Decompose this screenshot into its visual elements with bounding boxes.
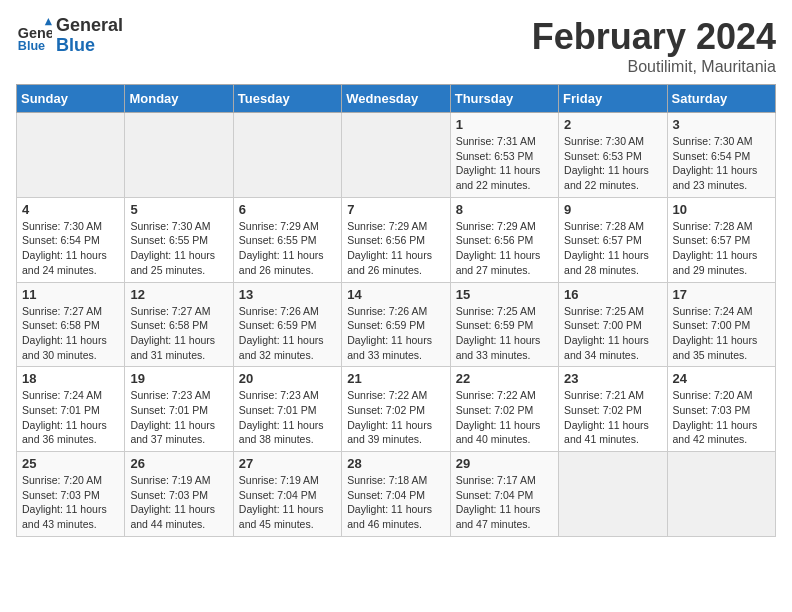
day-info: Sunrise: 7:19 AM Sunset: 7:04 PM Dayligh… xyxy=(239,473,336,532)
day-info: Sunrise: 7:22 AM Sunset: 7:02 PM Dayligh… xyxy=(456,388,553,447)
page-header: General Blue General Blue February 2024 … xyxy=(16,16,776,76)
day-info: Sunrise: 7:31 AM Sunset: 6:53 PM Dayligh… xyxy=(456,134,553,193)
day-cell: 4 Sunrise: 7:30 AM Sunset: 6:54 PM Dayli… xyxy=(17,197,125,282)
day-info: Sunrise: 7:19 AM Sunset: 7:03 PM Dayligh… xyxy=(130,473,227,532)
header-tuesday: Tuesday xyxy=(233,85,341,113)
day-info: Sunrise: 7:25 AM Sunset: 7:00 PM Dayligh… xyxy=(564,304,661,363)
day-info: Sunrise: 7:24 AM Sunset: 7:00 PM Dayligh… xyxy=(673,304,770,363)
day-info: Sunrise: 7:20 AM Sunset: 7:03 PM Dayligh… xyxy=(673,388,770,447)
day-cell: 19 Sunrise: 7:23 AM Sunset: 7:01 PM Dayl… xyxy=(125,367,233,452)
header-saturday: Saturday xyxy=(667,85,775,113)
week-row-3: 18 Sunrise: 7:24 AM Sunset: 7:01 PM Dayl… xyxy=(17,367,776,452)
day-number: 15 xyxy=(456,287,553,302)
title-area: February 2024 Boutilimit, Mauritania xyxy=(532,16,776,76)
header-friday: Friday xyxy=(559,85,667,113)
day-cell: 15 Sunrise: 7:25 AM Sunset: 6:59 PM Dayl… xyxy=(450,282,558,367)
day-number: 19 xyxy=(130,371,227,386)
day-number: 9 xyxy=(564,202,661,217)
svg-text:General: General xyxy=(18,25,52,41)
day-cell: 3 Sunrise: 7:30 AM Sunset: 6:54 PM Dayli… xyxy=(667,113,775,198)
day-cell: 10 Sunrise: 7:28 AM Sunset: 6:57 PM Dayl… xyxy=(667,197,775,282)
day-info: Sunrise: 7:30 AM Sunset: 6:54 PM Dayligh… xyxy=(673,134,770,193)
day-cell: 17 Sunrise: 7:24 AM Sunset: 7:00 PM Dayl… xyxy=(667,282,775,367)
day-cell: 22 Sunrise: 7:22 AM Sunset: 7:02 PM Dayl… xyxy=(450,367,558,452)
day-number: 11 xyxy=(22,287,119,302)
day-number: 29 xyxy=(456,456,553,471)
calendar-body: 1 Sunrise: 7:31 AM Sunset: 6:53 PM Dayli… xyxy=(17,113,776,537)
day-info: Sunrise: 7:30 AM Sunset: 6:53 PM Dayligh… xyxy=(564,134,661,193)
logo-blue: Blue xyxy=(56,36,123,56)
day-info: Sunrise: 7:29 AM Sunset: 6:56 PM Dayligh… xyxy=(456,219,553,278)
day-cell: 2 Sunrise: 7:30 AM Sunset: 6:53 PM Dayli… xyxy=(559,113,667,198)
day-number: 20 xyxy=(239,371,336,386)
day-cell: 14 Sunrise: 7:26 AM Sunset: 6:59 PM Dayl… xyxy=(342,282,450,367)
day-info: Sunrise: 7:28 AM Sunset: 6:57 PM Dayligh… xyxy=(673,219,770,278)
day-info: Sunrise: 7:21 AM Sunset: 7:02 PM Dayligh… xyxy=(564,388,661,447)
header-monday: Monday xyxy=(125,85,233,113)
day-number: 22 xyxy=(456,371,553,386)
day-cell xyxy=(559,452,667,537)
day-cell: 7 Sunrise: 7:29 AM Sunset: 6:56 PM Dayli… xyxy=(342,197,450,282)
calendar-header-row: SundayMondayTuesdayWednesdayThursdayFrid… xyxy=(17,85,776,113)
day-cell xyxy=(667,452,775,537)
day-info: Sunrise: 7:23 AM Sunset: 7:01 PM Dayligh… xyxy=(130,388,227,447)
day-number: 28 xyxy=(347,456,444,471)
month-title: February 2024 xyxy=(532,16,776,58)
location: Boutilimit, Mauritania xyxy=(532,58,776,76)
day-cell: 11 Sunrise: 7:27 AM Sunset: 6:58 PM Dayl… xyxy=(17,282,125,367)
day-cell: 23 Sunrise: 7:21 AM Sunset: 7:02 PM Dayl… xyxy=(559,367,667,452)
day-number: 16 xyxy=(564,287,661,302)
day-info: Sunrise: 7:29 AM Sunset: 6:56 PM Dayligh… xyxy=(347,219,444,278)
week-row-1: 4 Sunrise: 7:30 AM Sunset: 6:54 PM Dayli… xyxy=(17,197,776,282)
day-cell: 5 Sunrise: 7:30 AM Sunset: 6:55 PM Dayli… xyxy=(125,197,233,282)
day-number: 24 xyxy=(673,371,770,386)
week-row-4: 25 Sunrise: 7:20 AM Sunset: 7:03 PM Dayl… xyxy=(17,452,776,537)
day-cell: 26 Sunrise: 7:19 AM Sunset: 7:03 PM Dayl… xyxy=(125,452,233,537)
day-cell: 29 Sunrise: 7:17 AM Sunset: 7:04 PM Dayl… xyxy=(450,452,558,537)
day-info: Sunrise: 7:25 AM Sunset: 6:59 PM Dayligh… xyxy=(456,304,553,363)
day-cell xyxy=(342,113,450,198)
day-cell: 1 Sunrise: 7:31 AM Sunset: 6:53 PM Dayli… xyxy=(450,113,558,198)
day-number: 4 xyxy=(22,202,119,217)
week-row-0: 1 Sunrise: 7:31 AM Sunset: 6:53 PM Dayli… xyxy=(17,113,776,198)
day-cell: 9 Sunrise: 7:28 AM Sunset: 6:57 PM Dayli… xyxy=(559,197,667,282)
day-cell: 12 Sunrise: 7:27 AM Sunset: 6:58 PM Dayl… xyxy=(125,282,233,367)
day-info: Sunrise: 7:24 AM Sunset: 7:01 PM Dayligh… xyxy=(22,388,119,447)
day-number: 17 xyxy=(673,287,770,302)
week-row-2: 11 Sunrise: 7:27 AM Sunset: 6:58 PM Dayl… xyxy=(17,282,776,367)
day-info: Sunrise: 7:22 AM Sunset: 7:02 PM Dayligh… xyxy=(347,388,444,447)
day-info: Sunrise: 7:29 AM Sunset: 6:55 PM Dayligh… xyxy=(239,219,336,278)
day-info: Sunrise: 7:27 AM Sunset: 6:58 PM Dayligh… xyxy=(130,304,227,363)
day-info: Sunrise: 7:18 AM Sunset: 7:04 PM Dayligh… xyxy=(347,473,444,532)
logo-general: General xyxy=(56,15,123,35)
day-cell xyxy=(125,113,233,198)
day-cell: 8 Sunrise: 7:29 AM Sunset: 6:56 PM Dayli… xyxy=(450,197,558,282)
day-number: 26 xyxy=(130,456,227,471)
day-cell xyxy=(17,113,125,198)
day-cell: 20 Sunrise: 7:23 AM Sunset: 7:01 PM Dayl… xyxy=(233,367,341,452)
day-info: Sunrise: 7:17 AM Sunset: 7:04 PM Dayligh… xyxy=(456,473,553,532)
header-wednesday: Wednesday xyxy=(342,85,450,113)
day-info: Sunrise: 7:26 AM Sunset: 6:59 PM Dayligh… xyxy=(347,304,444,363)
day-number: 8 xyxy=(456,202,553,217)
day-cell: 27 Sunrise: 7:19 AM Sunset: 7:04 PM Dayl… xyxy=(233,452,341,537)
calendar-table: SundayMondayTuesdayWednesdayThursdayFrid… xyxy=(16,84,776,537)
day-info: Sunrise: 7:30 AM Sunset: 6:55 PM Dayligh… xyxy=(130,219,227,278)
day-number: 12 xyxy=(130,287,227,302)
logo: General Blue General Blue xyxy=(16,16,123,56)
day-info: Sunrise: 7:27 AM Sunset: 6:58 PM Dayligh… xyxy=(22,304,119,363)
day-number: 1 xyxy=(456,117,553,132)
day-number: 5 xyxy=(130,202,227,217)
day-cell: 16 Sunrise: 7:25 AM Sunset: 7:00 PM Dayl… xyxy=(559,282,667,367)
day-cell: 24 Sunrise: 7:20 AM Sunset: 7:03 PM Dayl… xyxy=(667,367,775,452)
day-cell: 25 Sunrise: 7:20 AM Sunset: 7:03 PM Dayl… xyxy=(17,452,125,537)
day-number: 18 xyxy=(22,371,119,386)
day-info: Sunrise: 7:28 AM Sunset: 6:57 PM Dayligh… xyxy=(564,219,661,278)
day-cell: 6 Sunrise: 7:29 AM Sunset: 6:55 PM Dayli… xyxy=(233,197,341,282)
day-cell: 28 Sunrise: 7:18 AM Sunset: 7:04 PM Dayl… xyxy=(342,452,450,537)
day-cell: 21 Sunrise: 7:22 AM Sunset: 7:02 PM Dayl… xyxy=(342,367,450,452)
svg-marker-2 xyxy=(45,18,52,25)
day-number: 27 xyxy=(239,456,336,471)
logo-icon: General Blue xyxy=(16,18,52,54)
day-number: 25 xyxy=(22,456,119,471)
